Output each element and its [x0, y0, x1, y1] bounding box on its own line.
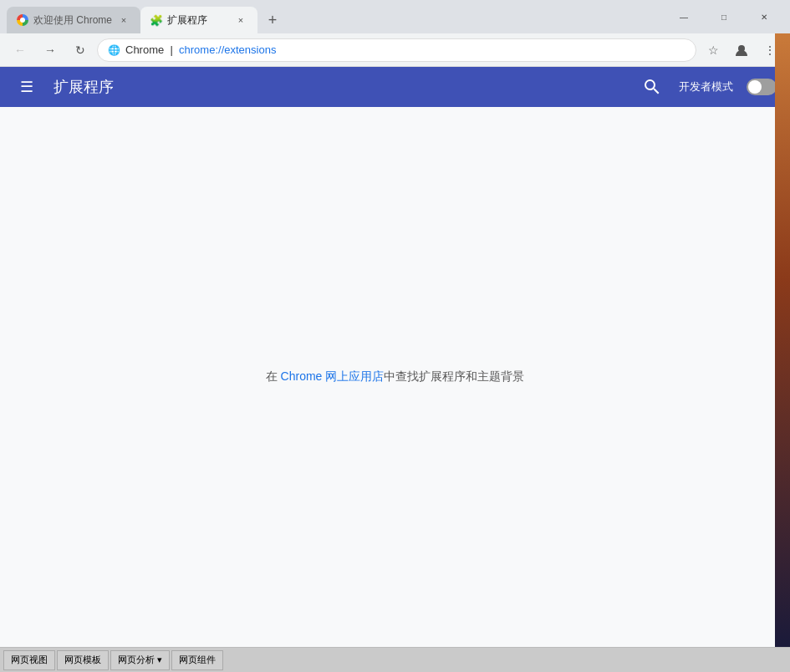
tab-extensions-close[interactable]: ×: [234, 13, 247, 27]
bookmark-button[interactable]: ☆: [700, 37, 726, 64]
tab-welcome-title: 欢迎使用 Chrome: [33, 13, 112, 28]
nav-bar: ← → ↻ 🌐 Chrome | chrome://extensions ☆ ⋮: [0, 33, 790, 67]
taskbar: 网页视图 网页模板 网页分析 ▾ 网页组件: [0, 647, 790, 672]
reload-button[interactable]: ↻: [67, 37, 94, 64]
maximize-button[interactable]: □: [705, 3, 743, 30]
ext-favicon-icon: 🧩: [150, 14, 162, 26]
profile-button[interactable]: [728, 37, 755, 64]
taskbar-item-3[interactable]: 网页组件: [171, 650, 223, 670]
toggle-knob: [748, 80, 762, 94]
dev-mode-toggle[interactable]: [747, 79, 777, 95]
wallpaper-strip: [775, 33, 790, 647]
extensions-page-title: 扩展程序: [54, 77, 625, 97]
chrome-favicon-icon: [17, 14, 28, 26]
chrome-web-store-link[interactable]: Chrome 网上应用店: [281, 369, 385, 383]
store-text-post: 中查找扩展程序和主题背景: [384, 369, 524, 383]
title-bar: 欢迎使用 Chrome × 🧩 扩展程序 × + — □ ✕: [0, 0, 790, 33]
tab-welcome[interactable]: 欢迎使用 Chrome ×: [7, 7, 140, 33]
address-bar[interactable]: 🌐 Chrome | chrome://extensions: [97, 38, 696, 62]
store-message: 在 Chrome 网上应用店中查找扩展程序和主题背景: [266, 369, 525, 384]
window-controls: — □ ✕: [665, 3, 783, 30]
new-tab-button[interactable]: +: [261, 8, 284, 32]
hamburger-menu-button[interactable]: ☰: [13, 74, 40, 100]
tab-extensions-title: 扩展程序: [167, 13, 229, 28]
dev-mode-label: 开发者模式: [679, 79, 733, 94]
taskbar-item-0[interactable]: 网页视图: [3, 650, 55, 670]
close-button[interactable]: ✕: [745, 3, 783, 30]
search-button[interactable]: [639, 74, 665, 100]
taskbar-item-2[interactable]: 网页分析 ▾: [110, 650, 170, 670]
store-text-pre: 在: [266, 369, 281, 383]
tab-welcome-close[interactable]: ×: [117, 13, 130, 27]
main-content: 在 Chrome 网上应用店中查找扩展程序和主题背景: [0, 107, 790, 647]
tab-extensions[interactable]: 🧩 扩展程序 ×: [140, 7, 257, 33]
extensions-header: ☰ 扩展程序 开发者模式: [0, 67, 790, 107]
site-security-icon: 🌐: [108, 44, 120, 56]
back-button[interactable]: ←: [7, 37, 33, 64]
address-text: Chrome | chrome://extensions: [125, 43, 686, 56]
tabs-area: 欢迎使用 Chrome × 🧩 扩展程序 × +: [7, 0, 665, 33]
nav-right-icons: ☆ ⋮: [700, 37, 783, 64]
minimize-button[interactable]: —: [665, 3, 703, 30]
forward-button[interactable]: →: [37, 37, 64, 64]
taskbar-item-1[interactable]: 网页模板: [57, 650, 109, 670]
